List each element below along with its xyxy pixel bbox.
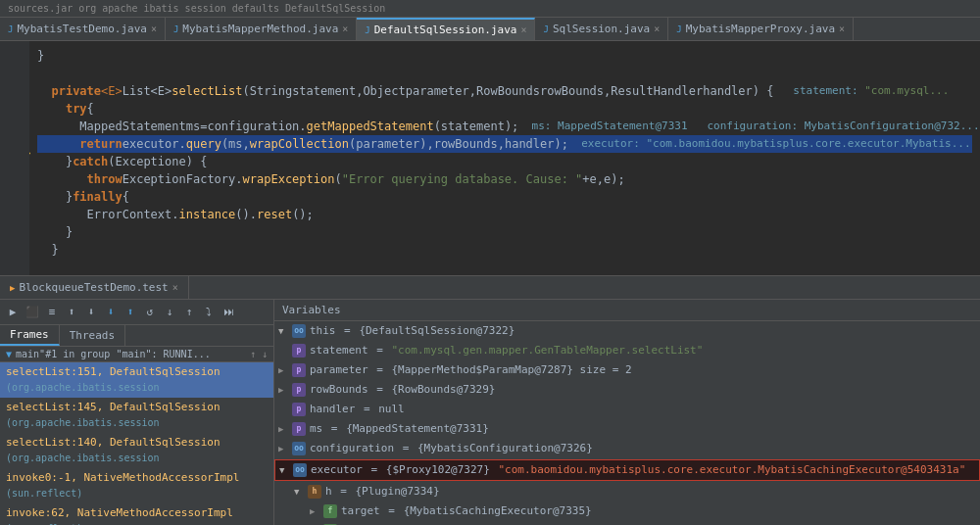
frame-item[interactable]: selectList:140, DefaultSqlSession (org.a… [0,433,273,468]
expand-icon[interactable] [278,401,290,418]
frames-list: selectList:151, DefaultSqlSession (org.a… [0,362,273,525]
line-numbers [0,41,29,275]
expand-icon[interactable]: ▼ [294,483,306,501]
close-icon[interactable]: × [654,24,660,34]
close-icon[interactable]: × [342,24,348,34]
expand-icon[interactable]: ▶ [278,420,290,438]
var-statement[interactable]: p statement = "com.mysql.gen.mapper.GenT… [274,341,980,360]
var-interceptor[interactable]: ▶ f interceptor = {PageInterceptor@7336} [274,521,980,525]
btn5[interactable]: ⬆ [122,304,139,321]
btn8[interactable]: ↑ [180,304,198,321]
expand-icon[interactable]: ▶ [278,361,290,379]
tab-default-sql-session[interactable]: J DefaultSqlSession.java × [357,18,535,41]
bottom-tab-bar: ▶ BlockqueueTestDemo.test × [0,276,980,300]
close-icon[interactable]: × [520,24,526,35]
var-configuration[interactable]: ▶ oo configuration = {MybatisConfigurati… [274,439,980,458]
thread-info: ▼ main"#1 in group "main": RUNNI... ↑ ↓ [0,347,273,362]
var-this[interactable]: ▼ oo this = {DefaultSqlSession@7322} [274,321,980,341]
code-line-try: try { [37,100,972,118]
var-target[interactable]: ▶ f target = {MybatisCachingExecutor@733… [274,501,980,521]
editor-tab-bar: J MybatisTestDemo.java × J MybatisMapper… [0,18,980,41]
btn3[interactable]: ⬇ [82,304,100,321]
tab-threads[interactable]: Threads [60,325,125,346]
expand-icon[interactable]: ▶ [278,381,290,399]
btn6[interactable]: ↺ [141,304,159,321]
var-ms[interactable]: ▶ p ms = {MappedStatement@7331} [274,419,980,439]
btn9[interactable]: ⤵ [200,304,218,321]
code-line: throw ExceptionFactory.wrapException("Er… [37,170,972,188]
var-type-icon: f [323,504,337,518]
close-icon[interactable]: × [839,24,845,34]
code-line [37,259,972,275]
tab-frames[interactable]: Frames [0,325,60,346]
code-editor: } private <E> List<E> selectList(String … [0,41,980,276]
variables-list: ▼ oo this = {DefaultSqlSession@7322} p s… [274,321,980,525]
expand-icon[interactable] [278,342,290,359]
tab-blockqueue-test[interactable]: ▶ BlockqueueTestDemo.test × [0,276,189,300]
var-h[interactable]: ▼ h h = {Plugin@7334} [274,482,980,501]
var-parameter[interactable]: ▶ p parameter = {MapperMethod$ParamMap@7… [274,360,980,380]
btn1[interactable]: ≡ [43,304,61,321]
panel-tabs: Frames Threads [0,325,273,347]
debug-panel: ▶ BlockqueueTestDemo.test × ▶ ⬛ ≡ ⬆ ⬇ ⬇ … [0,276,980,525]
var-type-icon: p [292,422,306,436]
var-type-icon: p [292,383,306,397]
btn10[interactable]: ⏭ [220,304,237,321]
console-btn[interactable]: ⬛ [24,304,41,321]
var-type-icon: oo [292,324,306,338]
btn2[interactable]: ⬆ [63,304,80,321]
expand-icon[interactable]: ▶ [310,502,321,520]
code-line: private <E> List<E> selectList(String st… [37,82,972,100]
code-line: } [37,47,972,65]
var-type-icon: p [292,403,306,416]
code-line: } [37,241,972,259]
code-line: } [37,223,972,241]
expand-icon[interactable]: ▼ [278,322,290,340]
var-executor[interactable]: ▼ oo executor = {$Proxy102@7327} "com.ba… [274,459,980,481]
var-handler[interactable]: p handler = null [274,400,980,419]
code-line-catch: } catch (Exception e) { [37,153,972,170]
frame-item[interactable]: invoke:62, NativeMethodAccessorImpl (sun… [0,503,273,525]
code-content: } private <E> List<E> selectList(String … [29,41,980,275]
resume-btn[interactable]: ▶ [4,304,22,321]
close-icon[interactable]: × [151,24,157,34]
btn7[interactable]: ↓ [161,304,178,321]
variables-header: Variables [274,300,980,321]
tab-mybatis-mapper-method[interactable]: J MybatisMapperMethod.java × [166,18,357,41]
var-type-icon: p [292,363,306,377]
expand-icon[interactable]: ▶ [278,440,290,457]
variables-panel: Variables ▼ oo this = {DefaultSqlSession… [274,300,980,525]
var-type-icon: h [308,485,321,499]
expand-icon[interactable]: ▼ [279,461,291,479]
close-icon[interactable]: × [172,282,178,293]
var-type-icon: oo [292,442,306,455]
code-line [37,65,972,82]
code-line: MappedStatement ms = configuration.getMa… [37,118,972,135]
debug-toolbar: ▶ ⬛ ≡ ⬆ ⬇ ⬇ ⬆ ↺ ↓ ↑ ⤵ ⏭ [0,300,273,325]
tab-sql-session[interactable]: J SqlSession.java × [535,18,668,41]
tab-mybatis-mapper-proxy[interactable]: J MybatisMapperProxy.java × [668,18,854,41]
code-line-current: → return executor.query(ms, wrapCollecti… [37,135,972,153]
var-rowbounds[interactable]: ▶ p rowBounds = {RowBounds@7329} [274,380,980,400]
var-type-icon: p [292,344,306,358]
frame-item[interactable]: selectList:145, DefaultSqlSession (org.a… [0,398,273,433]
frame-item[interactable]: invoke0:-1, NativeMethodAccessorImpl (su… [0,468,273,503]
frame-item[interactable]: selectList:151, DefaultSqlSession (org.a… [0,362,273,398]
var-type-icon: oo [293,463,307,477]
code-line-finally: } finally { [37,188,972,206]
frames-panel: ▶ ⬛ ≡ ⬆ ⬇ ⬇ ⬆ ↺ ↓ ↑ ⤵ ⏭ Frames Threads [0,300,274,525]
btn4[interactable]: ⬇ [102,304,120,321]
tab-mybatis-test-demo[interactable]: J MybatisTestDemo.java × [0,18,166,41]
breadcrumb: sources.jar org apache ibatis session de… [0,0,980,18]
code-line: ErrorContext.instance().reset(); [37,206,972,223]
